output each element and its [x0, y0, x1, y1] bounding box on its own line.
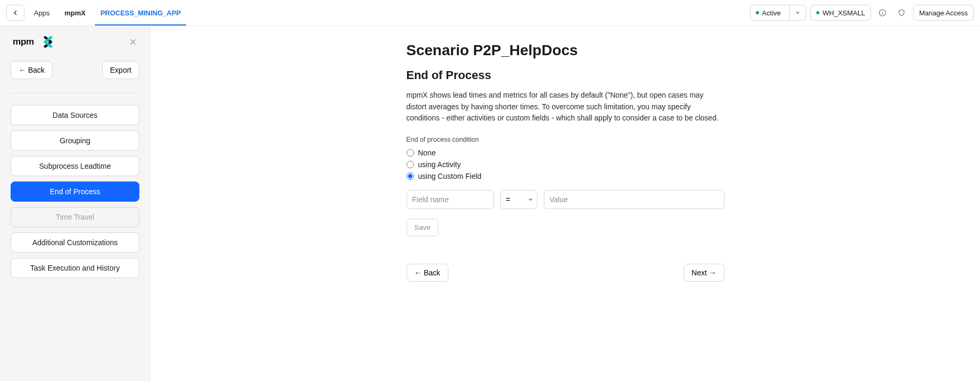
logo-icon: mpm: [11, 36, 69, 48]
sidebar-back-button[interactable]: ← Back: [11, 61, 52, 79]
sidebar-item-additional-customizations[interactable]: Additional Customizations: [11, 232, 139, 253]
radio-none[interactable]: None: [407, 149, 725, 157]
header-back-button[interactable]: [6, 5, 24, 21]
breadcrumb-current[interactable]: PROCESS_MINING_APP: [95, 9, 186, 17]
radio-input[interactable]: [407, 161, 414, 168]
radio-using-activity[interactable]: using Activity: [407, 160, 725, 169]
status-pill[interactable]: Active: [750, 5, 806, 21]
chevron-down-icon: [795, 10, 800, 15]
section-title: End of Process: [407, 68, 725, 82]
info-button[interactable]: [875, 5, 890, 20]
sidebar-item-task-execution-and-history[interactable]: Task Execution and History: [11, 258, 139, 278]
shield-button[interactable]: [894, 5, 909, 20]
sidebar-item-end-of-process[interactable]: End of Process: [11, 181, 139, 202]
logo: mpm: [11, 36, 69, 48]
page-title: Scenario P2P_HelpDocs: [407, 42, 725, 59]
warehouse-label: WH_XSMALL: [823, 9, 865, 17]
chevron-left-icon: [12, 10, 19, 16]
radio-input[interactable]: [407, 149, 414, 157]
status-dot-icon: [756, 11, 759, 14]
section-description: mpmX shows lead times and metrics for al…: [407, 90, 725, 124]
sidebar-item-time-travel: Time Travel: [11, 207, 139, 227]
divider: [11, 93, 139, 93]
manage-access-label: Manage Access: [919, 9, 968, 17]
svg-text:mpm: mpm: [13, 36, 34, 47]
value-input[interactable]: [544, 190, 725, 209]
breadcrumb-mpmx[interactable]: mpmX: [59, 9, 91, 17]
operator-select[interactable]: =: [500, 190, 537, 209]
radio-label: using Activity: [418, 160, 461, 169]
condition-label: End of process condition: [407, 136, 725, 143]
radio-label: None: [418, 149, 436, 157]
radio-label: using Custom Field: [418, 172, 482, 180]
breadcrumb-apps[interactable]: Apps: [29, 9, 55, 17]
sidebar-item-data-sources[interactable]: Data Sources: [11, 105, 139, 125]
export-button[interactable]: Export: [102, 61, 139, 79]
pager-back-button[interactable]: ← Back: [407, 264, 448, 282]
svg-point-2: [882, 11, 883, 12]
sidebar-item-subprocess-leadtime[interactable]: Subprocess Leadtime: [11, 156, 139, 176]
sidebar-item-grouping[interactable]: Grouping: [11, 131, 139, 151]
status-dropdown[interactable]: [789, 5, 806, 20]
warehouse-dot-icon: [816, 11, 819, 14]
manage-access-button[interactable]: Manage Access: [913, 5, 974, 21]
shield-icon: [897, 8, 906, 17]
info-icon: [878, 8, 887, 17]
radio-input[interactable]: [407, 172, 414, 180]
pager-next-button[interactable]: Next →: [684, 264, 725, 282]
save-button[interactable]: Save: [407, 219, 439, 236]
close-sidebar-button[interactable]: [127, 36, 139, 48]
status-label: Active: [762, 9, 781, 17]
close-icon: [129, 38, 137, 46]
radio-using-custom-field[interactable]: using Custom Field: [407, 172, 725, 180]
field-name-input[interactable]: [407, 190, 494, 209]
warehouse-pill[interactable]: WH_XSMALL: [810, 5, 871, 21]
